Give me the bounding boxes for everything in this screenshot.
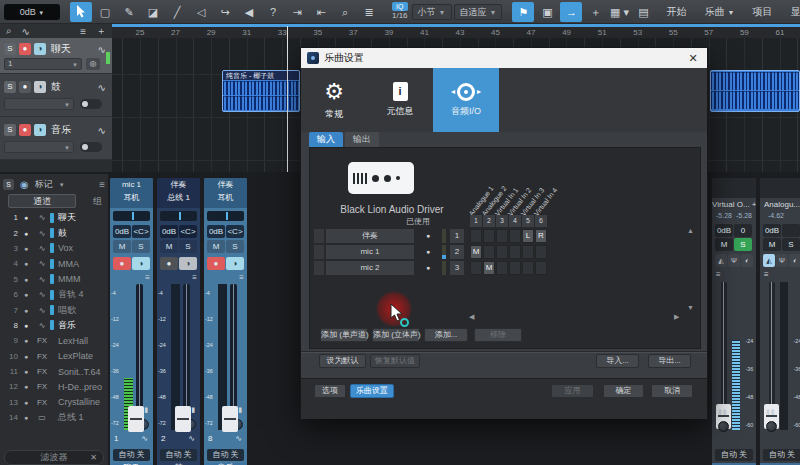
scroll-down-icon[interactable]: ▼ — [687, 304, 694, 311]
grid-menu-button[interactable]: ▦ ▾ — [608, 2, 630, 22]
pan-value[interactable]: <C> — [226, 225, 244, 238]
matrix-cell[interactable]: M — [483, 261, 495, 275]
tab-input[interactable]: 输入 — [309, 132, 343, 147]
cue-icon[interactable]: ◐ — [741, 254, 753, 267]
eraser-tool[interactable]: ◪ — [142, 2, 164, 22]
channel-row[interactable]: 8●∿音乐 — [0, 318, 108, 333]
automation-button[interactable]: 自动 关 — [113, 449, 150, 461]
input-dropdown[interactable]: 1▼ — [4, 58, 82, 70]
mixer-strip[interactable]: 伴奏耳机0dB<C>MS●◑≡-4-12-24-36-48-72▮▮8∿自动 关… — [204, 178, 247, 465]
menu-icon[interactable]: ≡ — [80, 26, 86, 37]
layers-icon[interactable]: ≡ — [716, 270, 721, 279]
mute-button[interactable]: M — [160, 240, 178, 253]
input-dropdown[interactable]: ▼ — [4, 98, 74, 110]
speaker-icon[interactable]: ◭ — [715, 254, 727, 267]
layers-icon[interactable]: ≡ — [764, 270, 769, 279]
tool-icon[interactable]: ⌕ — [6, 25, 12, 37]
channel-row[interactable]: 1●∿聊天 — [0, 210, 108, 225]
channel-row[interactable]: 7●∿唱歌 — [0, 302, 108, 317]
pan-slot[interactable] — [113, 211, 150, 221]
toggle-pill[interactable] — [80, 99, 102, 109]
mute-button[interactable]: M — [763, 238, 781, 251]
power-dot-icon[interactable]: ● — [18, 230, 34, 237]
tab-metadata[interactable]: i 元信息 — [367, 68, 433, 132]
set-default-button[interactable]: 设为默认 — [319, 354, 366, 368]
fader-handle[interactable] — [175, 406, 191, 432]
output-strip[interactable]: Analogu...-4.620dBMS◭Ψ◐≡-24-36-48-60▮▮自动… — [760, 178, 800, 465]
matrix-cell[interactable] — [509, 229, 521, 243]
solo-button[interactable]: S — [734, 238, 752, 251]
solo-button[interactable]: S — [179, 240, 197, 253]
record-button[interactable]: ● — [113, 257, 131, 270]
solo-button[interactable]: S — [4, 81, 16, 93]
pan-slot[interactable] — [207, 211, 244, 221]
pan-value[interactable] — [782, 224, 800, 237]
channel-row[interactable]: 6●∿音轨 4 — [0, 287, 108, 302]
marker-flag-toggle[interactable]: ⚑ — [512, 2, 534, 22]
pan-knob[interactable] — [718, 421, 729, 432]
automation-button[interactable]: 自动 关 — [160, 449, 197, 461]
track-header-1[interactable]: S ● ◑ 聊天 ∿ 1▼ ◎ — [0, 38, 112, 74]
monitor-button[interactable]: ◑ — [179, 257, 197, 270]
show-button[interactable]: 显示 — [782, 3, 800, 21]
channel-row[interactable]: 14●▭总线 1 — [0, 410, 108, 425]
menu-icon[interactable]: ≡ — [99, 179, 105, 190]
automation-button[interactable]: 自动 关 — [715, 449, 753, 461]
pages-icon[interactable]: ▮▮ — [718, 408, 728, 416]
matrix-cell[interactable]: L — [522, 229, 534, 243]
mixer-strip[interactable]: mic 1耳机0dB<C>MS●◑≡-4-12-24-36-48-72▮▮1∿自… — [110, 178, 153, 465]
matrix-cell[interactable]: M — [470, 245, 482, 259]
iq-toggle[interactable]: IQ — [392, 2, 408, 11]
matrix-cell[interactable] — [496, 261, 508, 275]
layers-icon[interactable]: ≡ — [239, 274, 244, 282]
zoom-tool[interactable]: ⌕ — [334, 2, 356, 22]
power-dot-icon[interactable]: ● — [18, 307, 34, 314]
tab-audio-io[interactable]: ◂▸ 音频I/O — [433, 68, 499, 132]
matrix-cell[interactable] — [496, 245, 508, 259]
pan-value[interactable]: <C> — [132, 225, 150, 238]
solo-button[interactable]: S — [132, 240, 150, 253]
matrix-cell[interactable] — [535, 261, 547, 275]
monitor-button[interactable]: ◑ — [34, 81, 46, 93]
track-header-2[interactable]: S ● ◑ 鼓 ∿ ▼ — [0, 74, 112, 117]
automation-button[interactable]: 自动 关 — [763, 449, 800, 461]
power-dot-icon[interactable]: ● — [18, 276, 34, 283]
matrix-cell[interactable] — [470, 229, 482, 243]
tab-channels[interactable]: 通道 — [8, 194, 76, 208]
power-dot-icon[interactable]: ● — [18, 399, 34, 406]
range-tool[interactable]: ▢ — [94, 2, 116, 22]
monitor-button[interactable]: ◑ — [226, 257, 244, 270]
channel-row[interactable]: 3●∿Vox — [0, 241, 108, 256]
fader-handle[interactable] — [222, 406, 238, 432]
song-setup-button[interactable]: 乐曲设置 — [350, 384, 394, 398]
matrix-cell[interactable] — [483, 245, 495, 259]
marker-prev-button[interactable]: ⇤ — [310, 2, 332, 22]
add-button[interactable]: 添加... — [424, 328, 468, 342]
scroll-left-icon[interactable]: ◀ — [469, 313, 474, 321]
gain-value[interactable]: 0dB — [113, 225, 131, 238]
marker-next-button[interactable]: ⇥ — [286, 2, 308, 22]
talkback-icon[interactable]: Ψ — [776, 254, 788, 267]
cue-icon[interactable]: ◐ — [789, 254, 800, 267]
pan-value[interactable]: <C> — [179, 225, 197, 238]
solo-button[interactable]: S — [3, 179, 14, 190]
power-dot-icon[interactable]: ● — [18, 414, 34, 421]
chevron-down-icon[interactable]: ▼ — [59, 182, 65, 188]
toggle-pill[interactable] — [80, 142, 102, 152]
quantize-cell[interactable]: IQ 1/16 — [392, 2, 408, 21]
solo-button[interactable]: S — [226, 240, 244, 253]
help-button[interactable]: ? — [262, 2, 284, 22]
layers-icon[interactable]: ≡ — [145, 274, 150, 282]
matrix-cell[interactable] — [522, 261, 534, 275]
gain-value[interactable]: 0dB — [160, 225, 178, 238]
bend-tool[interactable]: ↪ — [214, 2, 236, 22]
monitor-button[interactable]: ◑ — [34, 124, 46, 136]
audio-clip[interactable] — [710, 70, 800, 112]
monitor-button[interactable]: ◑ — [34, 43, 46, 55]
snap-dropdown[interactable]: 自适应▼ — [454, 4, 503, 20]
autoscroll-toggle[interactable]: → — [560, 2, 582, 22]
power-dot-icon[interactable]: ● — [18, 368, 34, 375]
power-dot-icon[interactable]: ● — [18, 337, 34, 344]
output-strip[interactable]: Virtual O... + 2-5.28-5.280dB0MS◭Ψ◐≡-24-… — [712, 178, 756, 465]
add-stereo-button[interactable]: 添加 (立体声) — [372, 328, 420, 342]
